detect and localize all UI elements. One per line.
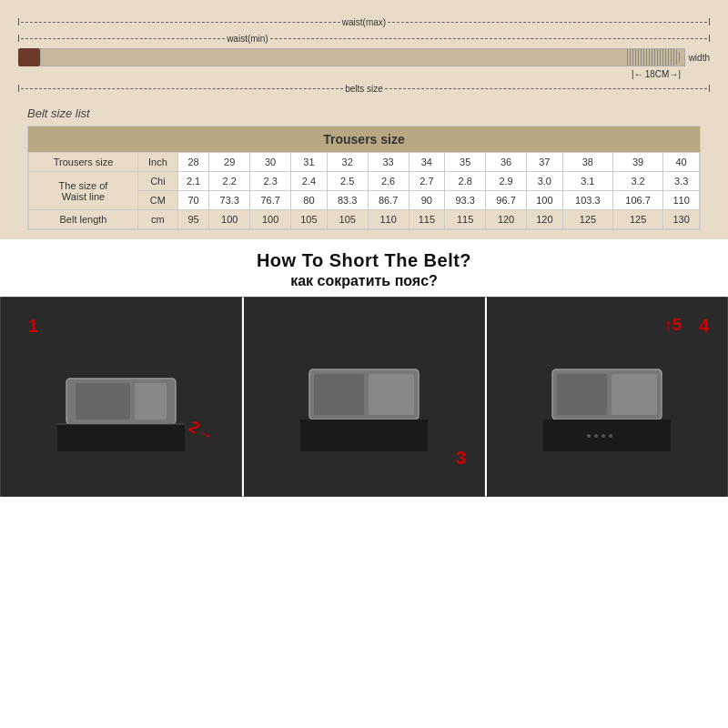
unit-chi: Chi [137,172,177,191]
buckle-svg-3 [534,306,680,488]
waist-min-label: waist(min) [227,34,268,44]
how-to-title-ru: как сократить пояс? [9,273,719,289]
belt-end-texture [627,49,682,66]
diagram-section: waist(max) waist(min) width |← 18CM →| [0,0,728,106]
step-number-3: 3 [456,448,466,469]
size-table-wrapper: Trousers size Trousers size Inch 28 29 3… [27,126,701,230]
svg-rect-8 [300,420,428,451]
images-row: 1 2→ 3 4 ↑5 [0,297,728,497]
svg-rect-3 [57,424,185,451]
step-number-1: 1 [28,316,38,337]
table-row-belt-length: Belt length cm 95 100 100 105 105 110 11… [29,210,700,229]
belt-strap-img [40,48,685,66]
step-image-1: 1 2→ [0,297,242,497]
belt-buckle-img [18,48,40,66]
table-row-trousers: Trousers size Inch 28 29 30 31 32 33 34 … [29,153,700,172]
svg-rect-12 [543,420,671,451]
svg-point-13 [587,434,591,438]
waist-min-line: waist(min) [18,31,710,46]
step-image-2: 3 [242,297,485,497]
cm-label: 18CM [645,69,670,79]
svg-point-16 [609,434,612,438]
waist-max-line: waist(max) [18,15,710,29]
waist-max-label: waist(max) [342,17,386,27]
svg-rect-10 [557,374,607,415]
unit-cm-belt: cm [137,210,177,229]
belts-size-line: belts size [18,81,710,96]
unit-cm-waist: CM [137,191,177,210]
svg-rect-11 [612,374,657,415]
table-row-waist-chi: The size ofWaist line Chi 2.1 2.2 2.3 2.… [29,172,700,191]
how-to-section: How To Short The Belt? как сократить поя… [0,239,728,297]
buckle-svg-2 [291,306,437,488]
size-table: Trousers size Inch 28 29 30 31 32 33 34 … [28,152,700,229]
svg-point-14 [594,434,598,438]
belts-size-label: belts size [345,84,383,94]
svg-rect-1 [76,383,130,420]
label-belt-length: Belt length [29,210,138,229]
belt-diagram: waist(max) waist(min) width |← 18CM →| [18,15,710,96]
how-to-title-en: How To Short The Belt? [9,250,719,271]
cm-measurement: |← 18CM →| [18,69,681,79]
buckle-svg-1 [48,306,194,488]
svg-rect-7 [369,374,414,415]
label-waist: The size ofWaist line [29,172,138,210]
belt-visual-row: width [18,48,710,66]
size-list-section: Belt size list Trousers size Trousers si… [0,106,728,239]
table-header: Trousers size [28,126,700,152]
svg-point-15 [602,434,605,438]
svg-rect-6 [314,374,364,415]
width-label: width [689,53,710,63]
step-image-3: 4 ↑5 [485,297,728,497]
svg-rect-2 [135,383,167,420]
belt-size-list-title: Belt size list [27,106,701,120]
step-number-4: 4 [699,316,709,337]
label-trousers: Trousers size [29,153,138,172]
step-number-5: ↑5 [664,316,682,335]
unit-inch: Inch [137,153,177,172]
